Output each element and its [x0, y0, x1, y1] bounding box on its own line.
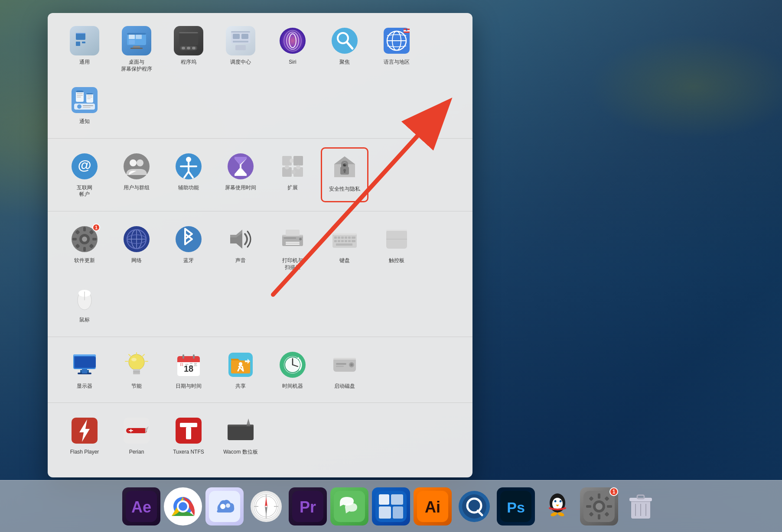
tuxera-label: Tuxera NTFS — [173, 449, 204, 456]
pref-item-screentime[interactable]: 屏幕使用时间 — [217, 147, 264, 202]
dock-item-premiere[interactable]: Pr — [289, 487, 327, 526]
svg-rect-152 — [182, 354, 184, 359]
network-icon — [122, 224, 151, 254]
syspref-badge: 1 — [609, 487, 618, 496]
dock-item-baidu[interactable] — [205, 487, 244, 526]
svg-point-55 — [124, 153, 150, 179]
pref-item-mouse[interactable]: 鼠标 — [61, 279, 108, 328]
pref-item-notifications[interactable]: 通知 — [61, 81, 108, 130]
pref-item-keyboard[interactable]: 键盘 — [321, 220, 368, 275]
prefs-section-4: 显示器 — [48, 337, 472, 403]
svg-point-72 — [291, 170, 296, 174]
pref-item-wacom[interactable]: Wacom 数位板 — [217, 412, 264, 460]
dock-item-ae[interactable]: Ae — [122, 487, 160, 526]
pref-item-siri[interactable]: Siri — [269, 22, 316, 77]
svg-text:Ai: Ai — [425, 498, 440, 516]
svg-rect-145 — [133, 369, 140, 371]
dock-item-clips[interactable] — [372, 487, 410, 526]
svg-rect-113 — [341, 237, 344, 239]
svg-text:日: 日 — [180, 363, 183, 367]
prefs-section-2: @ 互联网帐户 用户与群组 — [48, 139, 472, 211]
pref-item-printer[interactable]: 打印机与扫描仪 — [269, 220, 316, 275]
displays-icon — [70, 350, 99, 380]
svg-rect-1 — [76, 42, 80, 46]
dock-item-wechat[interactable] — [330, 487, 368, 526]
timemachine-icon — [278, 350, 307, 380]
svg-point-195 — [226, 503, 230, 508]
pref-item-dock[interactable]: 程序坞 — [165, 22, 212, 77]
pref-item-accessibility[interactable]: 辅助功能 — [165, 147, 212, 202]
svg-rect-42 — [77, 95, 83, 96]
users-icon — [122, 152, 151, 181]
svg-point-68 — [285, 165, 289, 169]
dock-item-safari[interactable] — [247, 487, 285, 526]
svg-rect-146 — [133, 371, 140, 373]
svg-rect-212 — [379, 506, 391, 519]
svg-rect-3 — [76, 33, 85, 34]
trackpad-label: 触控板 — [389, 257, 404, 264]
sound-label: 声音 — [235, 257, 246, 264]
svg-rect-11 — [179, 32, 198, 45]
pref-item-datetime[interactable]: 18 日 一 二 三 日期与时间 — [165, 346, 212, 394]
users-label: 用户与群组 — [124, 185, 150, 191]
wacom-icon — [226, 416, 255, 445]
startup-label: 启动磁盘 — [334, 383, 355, 390]
startup-icon — [330, 350, 359, 380]
dock-item-quicktime[interactable] — [455, 487, 493, 526]
svg-point-57 — [137, 159, 143, 166]
svg-rect-117 — [334, 240, 337, 242]
svg-rect-45 — [86, 93, 93, 94]
desktop-label: 桌面与屏幕保护程序 — [121, 59, 152, 72]
svg-point-50 — [77, 104, 81, 109]
pref-item-flash[interactable]: Flash Player — [61, 412, 108, 460]
svg-rect-106 — [286, 243, 300, 245]
pref-item-language[interactable]: 语言与地区 — [373, 22, 420, 77]
pref-item-sound[interactable]: 声音 — [217, 220, 264, 275]
svg-rect-2 — [82, 42, 85, 43]
pref-item-energy[interactable]: 节能 — [113, 346, 160, 394]
svg-rect-69 — [293, 156, 303, 165]
pref-item-timemachine[interactable]: 时间机器 — [269, 346, 316, 394]
svg-rect-122 — [352, 240, 355, 242]
pref-item-trackpad[interactable]: 触控板 — [373, 220, 420, 275]
pref-item-security[interactable]: 安全性与隐私 — [321, 147, 368, 202]
svg-rect-182 — [228, 425, 254, 440]
svg-point-107 — [299, 238, 302, 240]
pref-item-internet[interactable]: @ 互联网帐户 — [61, 147, 108, 202]
pref-item-desktop[interactable]: 桌面与屏幕保护程序 — [113, 22, 160, 77]
siri-label: Siri — [289, 59, 296, 66]
dock-item-illustrator[interactable]: Ai — [414, 487, 452, 526]
dock-item-photoshop[interactable]: Ps — [497, 487, 535, 526]
pref-item-bluetooth[interactable]: 蓝牙 — [165, 220, 212, 275]
svg-rect-20 — [241, 34, 248, 39]
svg-rect-172 — [336, 363, 346, 365]
pref-item-network[interactable]: 网络 — [113, 220, 160, 275]
pref-item-mission[interactable]: 调度中心 — [217, 22, 264, 77]
dock-item-syspref[interactable]: 1 — [580, 487, 618, 526]
pref-item-perian[interactable]: Perian — [113, 412, 160, 460]
svg-rect-5 — [127, 33, 146, 35]
pref-item-general[interactable]: 通用 — [61, 22, 108, 77]
dock-item-trash[interactable] — [622, 487, 660, 526]
svg-text:@: @ — [78, 157, 91, 173]
svg-point-66 — [290, 159, 294, 163]
pref-item-softwareupdate[interactable]: 1 软件更新 — [61, 220, 108, 275]
pref-item-startup[interactable]: 启动磁盘 — [321, 346, 368, 394]
svg-point-99 — [176, 226, 202, 252]
svg-rect-86 — [72, 238, 77, 240]
svg-rect-7 — [130, 48, 143, 49]
pref-item-sharing[interactable]: 共享 — [217, 346, 264, 394]
svg-point-148 — [131, 358, 137, 361]
pref-item-tuxera[interactable]: Tuxera NTFS — [165, 412, 212, 460]
bluetooth-label: 蓝牙 — [183, 257, 194, 264]
pref-item-displays[interactable]: 显示器 — [61, 346, 108, 394]
sharing-label: 共享 — [235, 383, 246, 390]
pref-item-spotlight[interactable]: 聚焦 — [321, 22, 368, 77]
dock-item-qq[interactable] — [538, 487, 577, 526]
sharing-icon — [226, 350, 255, 380]
svg-rect-120 — [345, 240, 347, 242]
pref-item-extensions[interactable]: 扩展 — [269, 147, 316, 202]
dock-item-chrome[interactable] — [164, 487, 202, 526]
perian-label: Perian — [129, 449, 144, 456]
pref-item-users[interactable]: 用户与群组 — [113, 147, 160, 202]
